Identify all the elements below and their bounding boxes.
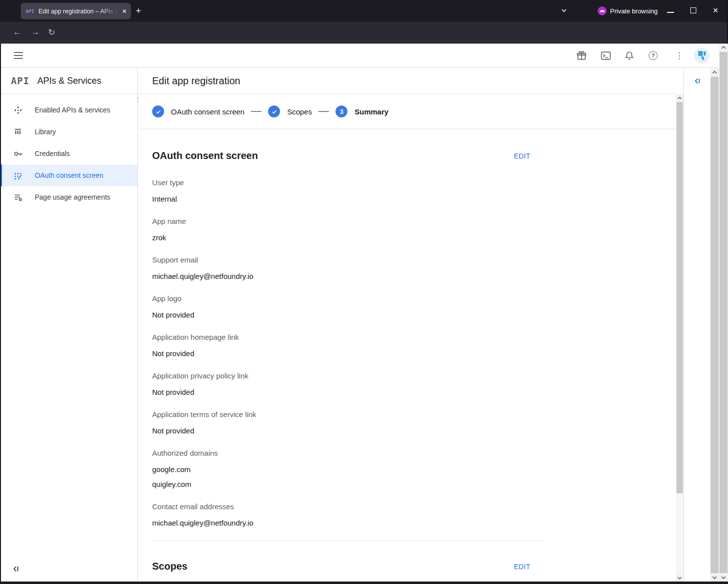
scroll-up-icon[interactable] bbox=[676, 94, 683, 102]
field-homepage-link: Application homepage link Not provided bbox=[152, 332, 542, 361]
page-scrollbar[interactable] bbox=[719, 44, 728, 582]
library-icon bbox=[13, 127, 23, 137]
scroll-down-icon[interactable] bbox=[719, 574, 728, 582]
window-minimize-button[interactable] bbox=[667, 6, 674, 13]
field-app-name: App name zrok bbox=[152, 216, 542, 245]
field-terms-of-service-link: Application terms of service link Not pr… bbox=[152, 410, 542, 438]
scrollbar-thumb[interactable] bbox=[711, 77, 719, 573]
section-oauth-consent-screen: OAuth consent screen EDIT User type Inte… bbox=[152, 129, 542, 531]
step-connector bbox=[251, 111, 262, 112]
gcp-header: GoogleCloud zrok ▾ Search ? bbox=[0, 44, 720, 68]
browser-window: API Edit app registration – APIs & Se ✕ … bbox=[0, 0, 728, 584]
enabled-apis-icon bbox=[13, 105, 23, 115]
browser-tab[interactable]: API Edit app registration – APIs & Se ✕ bbox=[21, 3, 131, 19]
console-scrollbar[interactable] bbox=[710, 68, 719, 582]
scroll-up-icon[interactable] bbox=[719, 44, 728, 52]
field-contact-emails: Contact email addresses michael.quigley@… bbox=[152, 502, 542, 531]
back-icon[interactable]: ← bbox=[13, 27, 21, 37]
private-browsing-icon bbox=[598, 6, 607, 15]
page-title: Edit app registration bbox=[152, 75, 240, 87]
step-3-label[interactable]: Summary bbox=[354, 107, 388, 116]
sidebar-menu: Enabled APIs & services Library Credenti… bbox=[0, 94, 137, 208]
window-left-edge bbox=[0, 44, 1, 584]
more-options-icon[interactable]: ⋮ bbox=[675, 51, 683, 61]
sidebar-item-credentials[interactable]: Credentials bbox=[0, 143, 137, 164]
browser-toolbar: ← → ↻ https://console.cloud.google.com/a… bbox=[0, 22, 728, 44]
step-1-check-icon[interactable] bbox=[152, 106, 164, 117]
field-user-type: User type Internal bbox=[152, 178, 542, 207]
sidebar-item-library[interactable]: Library bbox=[0, 121, 137, 143]
content-scrollbar[interactable] bbox=[676, 94, 683, 582]
edit-oauth-consent-link[interactable]: EDIT bbox=[514, 152, 530, 160]
window-close-button[interactable]: ✕ bbox=[713, 6, 719, 14]
step-1-label[interactable]: OAuth consent screen bbox=[171, 107, 244, 116]
info-panel-collapsed bbox=[683, 68, 710, 582]
account-avatar[interactable] bbox=[694, 48, 710, 63]
sidebar-item-page-usage-agreements[interactable]: Page usage agreements bbox=[0, 186, 137, 208]
private-browsing-label: Private browsing bbox=[610, 7, 658, 15]
step-connector bbox=[318, 111, 329, 112]
field-authorized-domains: Authorized domains google.com quigley.co… bbox=[152, 448, 542, 492]
gift-icon[interactable] bbox=[576, 51, 587, 61]
reload-icon[interactable]: ↻ bbox=[48, 27, 55, 38]
api-logo: API bbox=[11, 75, 29, 86]
step-2-label[interactable]: Scopes bbox=[287, 107, 312, 116]
sidebar-item-enabled-apis[interactable]: Enabled APIs & services bbox=[0, 99, 137, 121]
oauth-consent-icon bbox=[13, 170, 23, 180]
avatar-pixel-glyph bbox=[698, 51, 706, 60]
agreements-list-gear-icon bbox=[13, 192, 23, 202]
stepper: OAuth consent screen Scopes 3 Summary bbox=[138, 94, 676, 129]
field-privacy-policy-link: Application privacy policy link Not prov… bbox=[152, 371, 542, 400]
scrollbar-thumb[interactable] bbox=[676, 102, 683, 493]
field-support-email: Support email michael.quigley@netfoundry… bbox=[152, 255, 542, 284]
sidebar-header: API APIs & Services bbox=[0, 68, 137, 94]
sidebar: API APIs & Services Enabled APIs & servi… bbox=[0, 68, 138, 582]
step-3-number-badge[interactable]: 3 bbox=[336, 106, 347, 117]
new-tab-button[interactable]: + bbox=[136, 5, 141, 16]
tab-list-chevron-icon[interactable] bbox=[560, 7, 567, 14]
tab-close-icon[interactable]: ✕ bbox=[122, 8, 127, 15]
scroll-down-icon[interactable] bbox=[676, 574, 683, 582]
gcp-nav-menu-icon[interactable] bbox=[14, 52, 23, 53]
tab-title: Edit app registration – APIs & Se bbox=[39, 8, 118, 15]
help-icon[interactable]: ? bbox=[649, 51, 658, 60]
panel-collapse-icon[interactable] bbox=[693, 77, 702, 85]
forward-icon[interactable]: → bbox=[31, 27, 40, 37]
tab-bar: API Edit app registration – APIs & Se ✕ … bbox=[0, 0, 728, 22]
page-title-row: Edit app registration bbox=[138, 68, 676, 94]
step-2-check-icon[interactable] bbox=[268, 106, 280, 117]
notifications-bell-icon[interactable] bbox=[624, 51, 634, 61]
tab-favicon-api-icon: API bbox=[26, 9, 35, 14]
scrollbar-thumb[interactable] bbox=[720, 52, 728, 573]
cloud-shell-icon[interactable] bbox=[601, 51, 611, 60]
sidebar-item-oauth-consent-screen[interactable]: OAuth consent screen bbox=[0, 164, 137, 186]
edit-scopes-link[interactable]: EDIT bbox=[514, 563, 530, 571]
main-content: Edit app registration OAuth consent scre… bbox=[138, 68, 676, 582]
scroll-up-icon[interactable] bbox=[710, 68, 719, 76]
field-app-logo: App logo Not provided bbox=[152, 294, 542, 322]
key-icon bbox=[13, 149, 23, 159]
window-bottom-edge bbox=[0, 582, 728, 584]
section-title: Scopes bbox=[152, 561, 542, 572]
section-title: OAuth consent screen bbox=[152, 150, 542, 161]
window-maximize-button[interactable] bbox=[690, 7, 696, 13]
scroll-down-icon[interactable] bbox=[710, 574, 719, 582]
section-scopes: Scopes EDIT bbox=[152, 540, 542, 572]
sidebar-collapse-icon[interactable] bbox=[12, 565, 20, 573]
sidebar-title: APIs & Services bbox=[37, 76, 101, 86]
